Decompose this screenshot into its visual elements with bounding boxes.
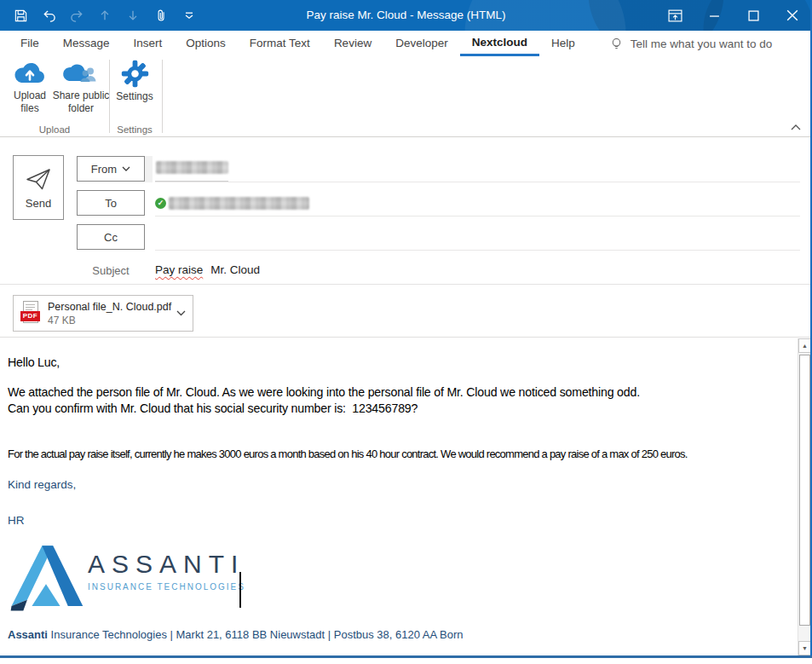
attachment-card[interactable]: PDF Personal file_N. Cloud.pdf 47 KB (13, 295, 193, 332)
pdf-file-icon: PDF (20, 301, 41, 326)
text-cursor (239, 572, 241, 608)
gear-icon (121, 60, 149, 88)
to-button[interactable]: To (77, 190, 145, 216)
tab-review[interactable]: Review (322, 31, 383, 56)
to-recipient-redacted[interactable] (169, 197, 309, 210)
body-signature: HR (8, 514, 25, 527)
lightbulb-icon (609, 37, 624, 51)
title-bar[interactable]: Pay raise Mr. Cloud - Message (HTML) (0, 0, 812, 31)
pdf-badge: PDF (20, 311, 40, 321)
outlook-message-window: Pay raise Mr. Cloud - Message (HTML) Fil… (0, 0, 812, 664)
cloud-share-icon (60, 60, 102, 87)
attachment-meta: Personal file_N. Cloud.pdf 47 KB (48, 301, 171, 326)
tab-message[interactable]: Message (51, 31, 122, 56)
field-separator (155, 216, 800, 217)
logo-text: ASSANTI INSURANCE TECHNOLOGIES (88, 550, 245, 592)
body-line: We attached the person file of Mr. Cloud… (8, 385, 640, 399)
body-closing: Kind regards, (8, 478, 76, 491)
to-button-label: To (105, 197, 117, 210)
body-greeting: Hello Luc, (8, 355, 60, 369)
attachment-expand-icon[interactable] (176, 310, 186, 316)
collapse-ribbon-icon[interactable] (788, 121, 803, 133)
tab-format-text[interactable]: Format Text (238, 31, 322, 56)
field-separator (155, 250, 800, 251)
maximize-icon[interactable] (734, 0, 773, 31)
minimize-icon[interactable] (694, 0, 734, 31)
send-button-label: Send (26, 197, 51, 210)
from-button-label: From (91, 163, 117, 176)
cc-button[interactable]: Cc (77, 224, 145, 250)
ribbon: Upload files Share public folder Upload (0, 56, 812, 137)
send-paper-plane-icon (23, 166, 54, 192)
tab-file[interactable]: File (9, 31, 51, 56)
tab-developer[interactable]: Developer (383, 31, 460, 56)
message-body-editor[interactable]: Hello Luc, We attached the person file o… (0, 338, 798, 655)
assanti-logo-mark (7, 543, 85, 611)
chevron-down-icon (122, 166, 130, 171)
settings-group-label: Settings (112, 124, 157, 135)
tab-insert[interactable]: Insert (122, 31, 175, 56)
subject-field[interactable]: Pay raiseMr. Cloud (155, 263, 260, 276)
message-header: Send From To ✓ Cc Subject Pay raiseMr. C… (0, 137, 812, 285)
subject-rest-text: Mr. Cloud (210, 263, 260, 276)
footer-company-rest: Insurance Technologies | Markt 21, 6118 … (48, 628, 464, 641)
ribbon-tab-row: File Message Insert Options Format Text … (0, 31, 812, 56)
attachment-area: PDF Personal file_N. Cloud.pdf 47 KB (0, 286, 812, 338)
settings-button[interactable]: Settings (112, 60, 157, 103)
subject-label: Subject (77, 264, 145, 277)
scroll-up-icon[interactable]: ▲ (798, 338, 811, 353)
field-separator (155, 182, 800, 182)
tell-me-label: Tell me what you want to do (631, 38, 773, 50)
cc-button-label: Cc (104, 231, 118, 244)
ribbon-group-divider (109, 60, 110, 133)
body-line: Can you confirm with Mr. Cloud that his … (8, 401, 418, 415)
tab-options[interactable]: Options (174, 31, 238, 56)
body-scrollbar[interactable]: ▲ ▼ (798, 338, 810, 655)
ribbon-group-divider (162, 60, 163, 133)
attachment-size: 47 KB (48, 315, 171, 326)
send-button[interactable]: Send (13, 155, 64, 220)
company-logo: ASSANTI INSURANCE TECHNOLOGIES (7, 543, 262, 616)
ribbon-display-options-icon[interactable] (655, 0, 694, 31)
scroll-down-icon[interactable]: ▼ (798, 641, 811, 655)
signature-footer: Assanti Insurance Technologies | Markt 2… (8, 628, 464, 641)
logo-subtitle: INSURANCE TECHNOLOGIES (88, 582, 245, 592)
window-controls (655, 0, 812, 31)
share-public-folder-label: Share public folder (44, 89, 118, 115)
subject-misspelled-text: Pay raise (155, 263, 203, 276)
settings-button-label: Settings (112, 90, 157, 103)
logo-title: ASSANTI (88, 550, 245, 579)
from-button[interactable]: From (77, 156, 145, 182)
tab-nextcloud[interactable]: Nextcloud (460, 31, 539, 56)
scrollbar-thumb[interactable] (799, 355, 810, 626)
from-button-shade (145, 156, 153, 182)
footer-company-bold: Assanti (8, 628, 48, 641)
recipient-resolved-check-icon: ✓ (155, 198, 166, 209)
upload-group-label: Upload (12, 124, 97, 135)
tab-help[interactable]: Help (539, 31, 587, 56)
close-icon[interactable] (773, 0, 812, 31)
window-bottom-border (0, 655, 812, 658)
body-line: For the actual pay raise itself, current… (8, 447, 688, 460)
tell-me-box[interactable]: Tell me what you want to do (609, 31, 773, 56)
share-public-folder-button[interactable]: Share public folder (44, 60, 118, 115)
from-address-redacted[interactable] (156, 161, 228, 174)
attachment-filename: Personal file_N. Cloud.pdf (48, 301, 171, 313)
